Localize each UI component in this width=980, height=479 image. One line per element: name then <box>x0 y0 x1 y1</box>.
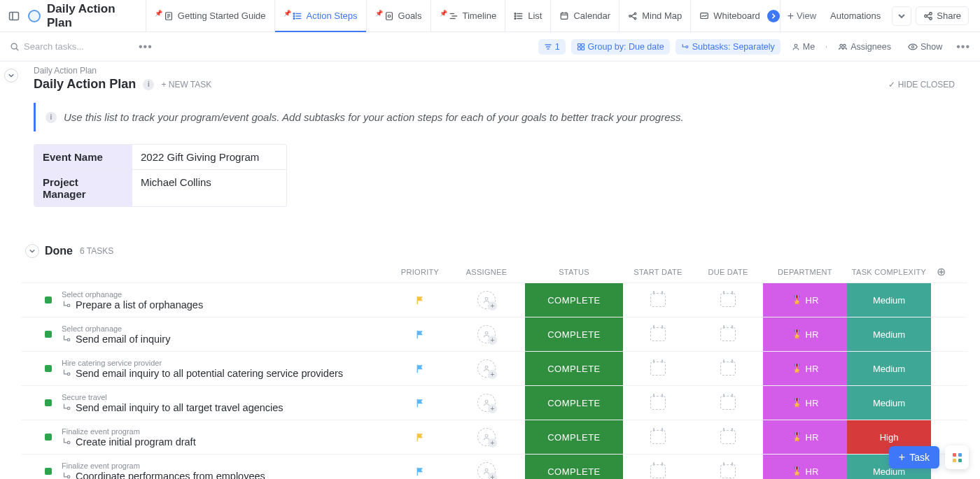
tab-calendar[interactable]: Calendar <box>550 0 619 32</box>
parent-task-name[interactable]: Select orphanage <box>62 289 392 299</box>
col-assignee[interactable]: ASSIGNEE <box>448 268 525 276</box>
status-square[interactable] <box>45 365 52 372</box>
add-view-button[interactable]: + View <box>780 0 823 32</box>
task-title[interactable]: Send email inquiry to all target travel … <box>76 402 284 413</box>
show-chip[interactable]: Show <box>902 39 948 55</box>
group-name[interactable]: Done <box>45 245 73 257</box>
status-square[interactable] <box>45 468 52 475</box>
meta-value-event[interactable]: 2022 Gift Giving Program <box>132 145 286 169</box>
col-start-date[interactable]: START DATE <box>623 268 693 276</box>
tab-action-steps[interactable]: 📌 Action Steps <box>274 0 366 32</box>
col-status[interactable]: STATUS <box>525 268 623 276</box>
subtasks-chip[interactable]: Subtasks: Separately <box>676 39 780 55</box>
parent-task-name[interactable]: Select orphanage <box>62 324 392 334</box>
department-badge[interactable]: 🎖️HR <box>763 455 847 479</box>
complexity-badge[interactable]: Medium <box>847 317 931 351</box>
collapse-list-toggle[interactable] <box>4 69 18 83</box>
add-column-button[interactable]: ⊕ <box>931 265 952 278</box>
status-badge[interactable]: COMPLETE <box>525 386 623 420</box>
start-date-placeholder[interactable] <box>650 327 666 341</box>
create-task-fab[interactable]: + Task <box>889 446 939 469</box>
priority-flag-icon[interactable] <box>415 295 425 305</box>
col-priority[interactable]: PRIORITY <box>392 268 448 276</box>
parent-task-name[interactable]: Hire catering service provider <box>62 358 392 368</box>
status-badge[interactable]: COMPLETE <box>525 352 623 385</box>
due-date-placeholder[interactable] <box>720 430 736 444</box>
department-badge[interactable]: 🎖️HR <box>763 386 847 420</box>
task-title[interactable]: Send email of inquiry <box>76 334 170 345</box>
tab-mind-map[interactable]: Mind Map <box>619 0 690 32</box>
department-badge[interactable]: 🎖️HR <box>763 317 847 351</box>
due-date-placeholder[interactable] <box>720 362 736 376</box>
status-square[interactable] <box>45 331 52 338</box>
parent-task-name[interactable]: Finalize event program <box>62 461 392 471</box>
priority-flag-icon[interactable] <box>415 364 425 373</box>
new-task-button[interactable]: + NEW TASK <box>161 80 211 90</box>
info-icon[interactable]: i <box>143 79 154 90</box>
complexity-badge[interactable]: Medium <box>847 352 931 385</box>
priority-flag-icon[interactable] <box>415 398 425 408</box>
status-badge[interactable]: COMPLETE <box>525 283 623 317</box>
status-square[interactable] <box>45 399 52 406</box>
complexity-badge[interactable]: Medium <box>847 283 931 317</box>
due-date-placeholder[interactable] <box>720 464 736 478</box>
search-input[interactable] <box>24 41 129 52</box>
toolbar-more-icon[interactable]: ••• <box>956 41 970 53</box>
automations-dropdown[interactable] <box>892 6 911 26</box>
me-chip[interactable]: Me <box>786 39 820 55</box>
task-row[interactable]: Select orphanage Send email of inquiry C… <box>21 317 967 351</box>
start-date-placeholder[interactable] <box>650 396 666 410</box>
priority-flag-icon[interactable] <box>415 329 425 339</box>
due-date-placeholder[interactable] <box>720 293 736 307</box>
priority-flag-icon[interactable] <box>415 466 425 476</box>
task-title[interactable]: Send email inquiry to all potential cate… <box>76 368 343 379</box>
status-badge[interactable]: COMPLETE <box>525 455 623 479</box>
start-date-placeholder[interactable] <box>650 362 666 376</box>
assignee-placeholder[interactable] <box>477 394 496 412</box>
priority-flag-icon[interactable] <box>415 432 425 442</box>
task-row[interactable]: Select orphanage Prepare a list of orpha… <box>21 283 967 317</box>
task-title[interactable]: Coordinate performances from employees <box>76 471 265 479</box>
assignee-placeholder[interactable] <box>477 428 496 446</box>
assignee-placeholder[interactable] <box>477 291 496 309</box>
status-square[interactable] <box>45 434 52 441</box>
share-button[interactable]: Share <box>916 6 969 25</box>
tab-goals[interactable]: 📌 Goals <box>366 0 430 32</box>
start-date-placeholder[interactable] <box>650 464 666 478</box>
col-department[interactable]: DEPARTMENT <box>763 268 847 276</box>
automations-button[interactable]: Automations <box>823 7 888 24</box>
task-row[interactable]: Secure travel Send email inquiry to all … <box>21 385 967 420</box>
tab-list[interactable]: List <box>505 0 550 32</box>
status-badge[interactable]: COMPLETE <box>525 317 623 351</box>
groupby-chip[interactable]: Group by: Due date <box>571 39 670 55</box>
assignee-placeholder[interactable] <box>477 462 496 479</box>
status-badge[interactable]: COMPLETE <box>525 420 623 454</box>
task-title[interactable]: Prepare a list of orphanages <box>76 299 203 310</box>
complexity-badge[interactable]: Medium <box>847 386 931 420</box>
assignee-placeholder[interactable] <box>477 359 496 378</box>
col-complexity[interactable]: TASK COMPLEXITY <box>847 268 931 276</box>
tab-whiteboard[interactable]: Whiteboard <box>690 0 762 32</box>
parent-task-name[interactable]: Secure travel <box>62 392 392 402</box>
start-date-placeholder[interactable] <box>650 430 666 444</box>
apps-launcher-button[interactable] <box>945 445 969 469</box>
hide-closed-button[interactable]: ✓ HIDE CLOSED <box>888 80 955 90</box>
start-date-placeholder[interactable] <box>650 293 666 307</box>
task-row[interactable]: Finalize event program Coordinate perfor… <box>21 454 967 479</box>
due-date-placeholder[interactable] <box>720 396 736 410</box>
task-row[interactable]: Finalize event program Create initial pr… <box>21 420 967 454</box>
task-title[interactable]: Create initial program draft <box>76 436 196 448</box>
meta-value-pm[interactable]: Michael Collins <box>132 170 286 206</box>
col-due-date[interactable]: DUE DATE <box>693 268 763 276</box>
assignee-placeholder[interactable] <box>477 325 496 343</box>
tabs-scroll-right[interactable] <box>767 10 780 22</box>
tab-getting-started-guide[interactable]: 📌 Getting Started Guide <box>146 0 274 32</box>
search-options-icon[interactable]: ••• <box>139 41 153 53</box>
parent-task-name[interactable]: Finalize event program <box>62 427 392 436</box>
task-row[interactable]: Hire catering service provider Send emai… <box>21 351 967 385</box>
group-collapse-toggle[interactable] <box>25 244 39 258</box>
department-badge[interactable]: 🎖️HR <box>763 283 847 317</box>
status-square[interactable] <box>45 296 52 303</box>
filter-chip[interactable]: 1 <box>538 39 566 55</box>
sidebar-toggle-icon[interactable] <box>7 8 22 24</box>
